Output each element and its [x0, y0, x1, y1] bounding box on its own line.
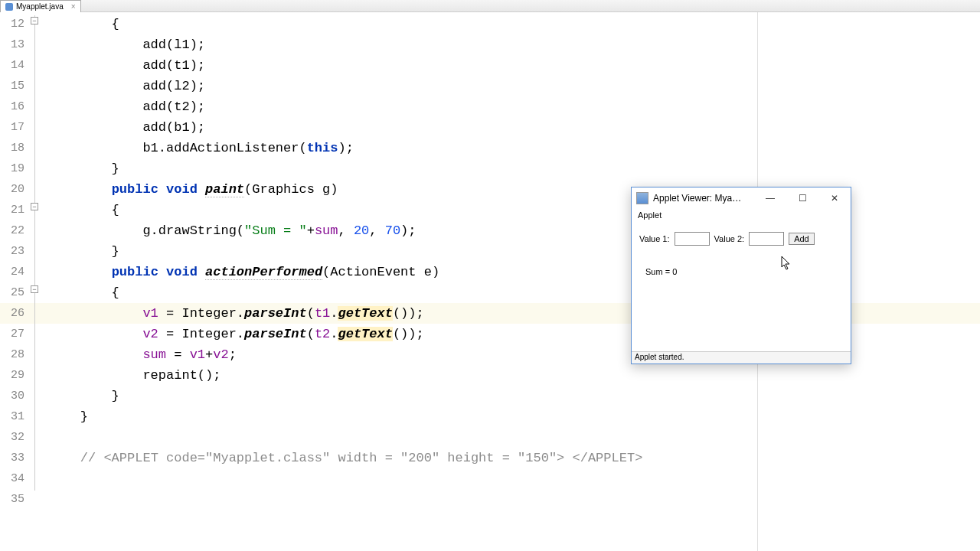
window-title: Applet Viewer: Mya… — [653, 193, 754, 204]
value2-label: Value 2: — [714, 234, 745, 243]
code-line[interactable]: add(b1); — [49, 117, 980, 138]
close-button[interactable]: ✕ — [818, 187, 851, 209]
java-icon — [636, 192, 648, 204]
code-line[interactable]: add(t2); — [49, 96, 980, 117]
code-line[interactable]: } — [49, 386, 980, 406]
code-line[interactable] — [49, 468, 980, 489]
fold-toggle[interactable]: − — [31, 17, 38, 24]
line-number-gutter: 1213141516171819202122232425262728293031… — [0, 12, 29, 551]
maximize-button[interactable]: ☐ — [786, 187, 818, 209]
value1-input[interactable] — [675, 232, 710, 246]
value1-label: Value 1: — [639, 234, 670, 243]
code-line[interactable]: b1.addActionListener(this); — [49, 138, 980, 158]
file-tab[interactable]: Myapplet.java × — [0, 0, 81, 12]
value2-input[interactable] — [749, 232, 784, 246]
code-line[interactable]: repaint(); — [49, 365, 980, 386]
add-button[interactable]: Add — [789, 233, 815, 245]
fold-toggle[interactable]: − — [31, 203, 38, 210]
code-line[interactable]: // <APPLET code="Myapplet.class" width =… — [49, 448, 980, 468]
java-file-icon — [5, 3, 13, 11]
fold-strip: −−− — [29, 12, 49, 551]
code-line[interactable]: add(l2); — [49, 76, 980, 96]
applet-body: Value 1: Value 2: Add Sum = 0 — [632, 221, 851, 276]
status-bar: Applet started. — [632, 351, 851, 364]
window-titlebar[interactable]: Applet Viewer: Mya… — ☐ ✕ — [632, 187, 851, 209]
code-line[interactable]: } — [49, 158, 980, 179]
close-icon[interactable]: × — [71, 2, 76, 11]
sum-output: Sum = 0 — [645, 267, 843, 276]
code-line[interactable]: { — [49, 14, 980, 34]
tab-bar: Myapplet.java × — [0, 0, 980, 12]
minimize-button[interactable]: — — [754, 187, 786, 209]
mouse-cursor — [781, 256, 792, 271]
applet-menu[interactable]: Applet — [632, 209, 851, 221]
fold-toggle[interactable]: − — [31, 285, 38, 293]
code-line[interactable]: add(l1); — [49, 34, 980, 55]
tab-filename: Myapplet.java — [16, 2, 64, 11]
code-line[interactable] — [49, 427, 980, 448]
applet-viewer-window[interactable]: Applet Viewer: Mya… — ☐ ✕ Applet Value 1… — [631, 187, 851, 364]
code-line[interactable]: add(t1); — [49, 55, 980, 76]
code-line[interactable]: } — [49, 406, 980, 427]
